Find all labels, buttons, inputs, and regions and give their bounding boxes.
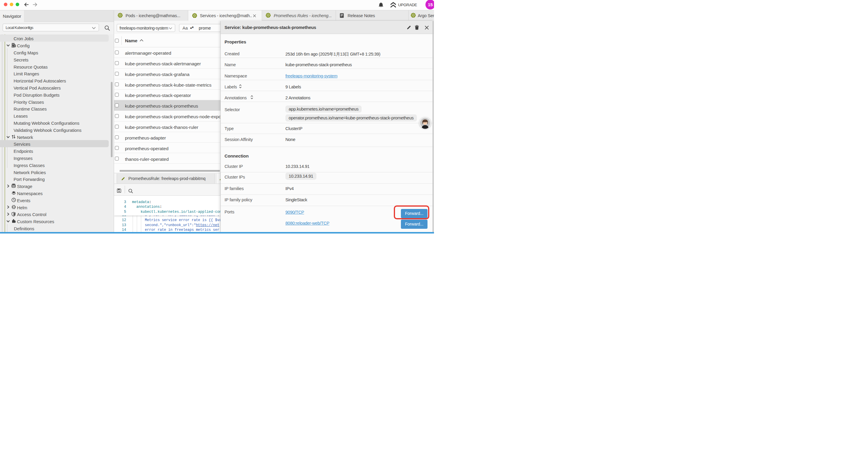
svg-text:HELM: HELM [12, 206, 16, 208]
